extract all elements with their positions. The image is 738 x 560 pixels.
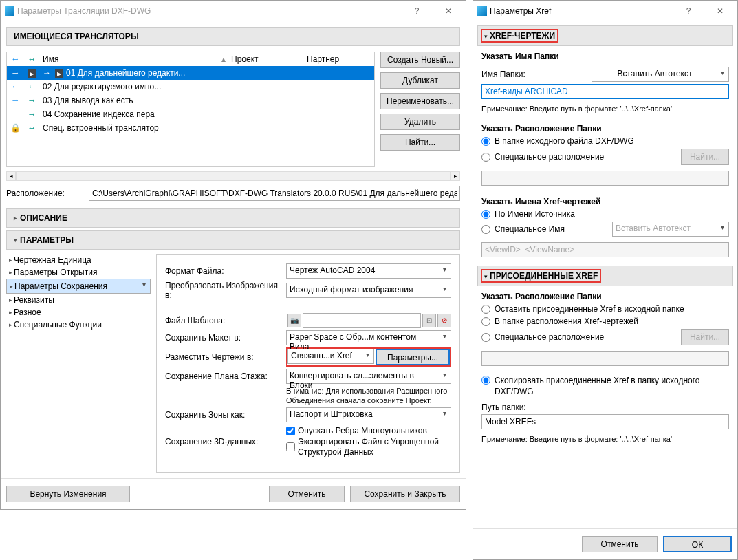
- path-hint2: Примечание: Введите путь в формате: '..\…: [481, 435, 729, 443]
- custom-loc2-input: [481, 351, 729, 366]
- file-format-select[interactable]: Чертеж AutoCAD 2004: [286, 263, 451, 279]
- in-arrow-icon: ↔: [26, 54, 37, 65]
- titlebar-left: Параметры Трансляции DXF-DWG ? ✕: [1, 1, 466, 21]
- out-arrow-icon: ↔: [10, 54, 21, 65]
- tree-misc[interactable]: Разное: [6, 306, 151, 319]
- tree-drawing-unit[interactable]: Чертежная Единица: [6, 254, 151, 266]
- image-conv-select[interactable]: Исходный формат изображения: [286, 283, 451, 298]
- copy-to-src-radio[interactable]: [481, 376, 490, 385]
- col-partner[interactable]: Партнер: [304, 52, 374, 66]
- scroll-right-icon[interactable]: ▸: [451, 171, 460, 181]
- sort-icon: ▴: [219, 52, 228, 66]
- create-new-button[interactable]: Создать Новый...: [380, 52, 460, 68]
- translators-section-header[interactable]: ИМЕЮЩИЕСЯ ТРАНСЛЯТОРЫ: [6, 27, 460, 46]
- find-button[interactable]: Найти...: [380, 134, 460, 151]
- folder-name-group: Указать Имя Папки: [481, 52, 559, 61]
- location-input[interactable]: [89, 186, 460, 201]
- folder-name-input[interactable]: [481, 84, 729, 99]
- app-logo-icon: [477, 6, 487, 16]
- tree-open-params[interactable]: Параметры Открытия: [6, 266, 151, 279]
- xref-drawings-header[interactable]: XREF-ЧЕРТЕЖИ: [490, 31, 555, 41]
- col-project[interactable]: Проект: [228, 52, 304, 66]
- table-row[interactable]: →→03 Для вывода как есть: [7, 94, 374, 107]
- params-header[interactable]: ▾ПАРАМЕТРЫ: [6, 230, 460, 250]
- description-header[interactable]: ▸ОПИСАНИЕ: [6, 208, 460, 228]
- titlebar-right: Параметры Xref ? ✕: [473, 1, 737, 21]
- xref-folder-radio[interactable]: [481, 317, 490, 326]
- tree-attributes[interactable]: Реквизиты: [6, 294, 151, 306]
- find-loc-button[interactable]: Найти...: [681, 149, 729, 165]
- src-folder-radio[interactable]: [481, 137, 490, 146]
- window-title: Параметры Xref: [490, 6, 673, 16]
- col-name[interactable]: Имя: [40, 52, 219, 66]
- window-title: Параметры Трансляции DXF-DWG: [17, 6, 401, 16]
- template-file-input[interactable]: [303, 313, 421, 328]
- place-drawings-select[interactable]: Связанн...и Xref: [287, 349, 374, 364]
- find-loc2-button[interactable]: Найти...: [681, 329, 729, 345]
- table-row[interactable]: ←←02 Для редактируемого импо...: [7, 80, 374, 94]
- browse-icon[interactable]: ⊡: [422, 314, 436, 327]
- lock-icon: 🔒: [7, 121, 23, 135]
- location-label: Расположение:: [6, 189, 89, 198]
- custom-name-radio[interactable]: [481, 225, 490, 234]
- attached-xref-header[interactable]: ПРИСОЕДИНЕННЫЕ XREF: [490, 271, 598, 281]
- folder-location-group: Указать Расположение Папки: [481, 124, 729, 133]
- skip-poly-edges-checkbox[interactable]: [286, 427, 295, 435]
- custom-loc-input: [481, 171, 729, 186]
- zones-select[interactable]: Паспорт и Штриховка: [286, 407, 451, 422]
- app-logo-icon: [5, 6, 14, 16]
- rename-button[interactable]: Переименовать...: [380, 93, 460, 109]
- delete-button[interactable]: Удалить: [380, 114, 460, 130]
- cancel-button[interactable]: Отменить: [269, 486, 345, 502]
- name-template-input: [481, 242, 729, 257]
- folder-path-input[interactable]: [481, 414, 729, 429]
- close-button[interactable]: ✕: [704, 1, 736, 21]
- insert-autotext-button[interactable]: Вставить Автотекст: [592, 67, 729, 82]
- help-button[interactable]: ?: [673, 1, 704, 21]
- table-row[interactable]: → ▶ →▶01 Для дальнейшего редакти...: [7, 66, 374, 80]
- close-button[interactable]: ✕: [433, 1, 464, 21]
- custom-loc2-radio[interactable]: [481, 333, 490, 342]
- floor-plan-select[interactable]: Конвертировать сл...элементы в Блоки: [286, 369, 451, 384]
- cancel-button[interactable]: Отменить: [582, 536, 658, 552]
- table-row[interactable]: →04 Сохранение индекса пера: [7, 107, 374, 121]
- export-simple-checkbox[interactable]: [286, 442, 295, 451]
- table-row[interactable]: 🔒↔Спец. встроенный транслятор: [7, 121, 374, 135]
- path-label: Путь папки:: [481, 402, 729, 412]
- names-group: Указать Имена Xref-чертежей: [481, 197, 729, 206]
- layout-save-select[interactable]: Paper Space с Обр...м контентом Вида: [286, 330, 451, 345]
- path-hint: Примечание: Введите путь в формате: '..\…: [481, 105, 729, 113]
- leave-src-radio[interactable]: [481, 305, 490, 314]
- help-button[interactable]: ?: [401, 1, 433, 21]
- tree-save-params[interactable]: Параметры Сохранения: [6, 279, 151, 294]
- clear-icon[interactable]: ⊘: [437, 314, 451, 327]
- ok-button[interactable]: ОК: [663, 536, 732, 552]
- duplicate-button[interactable]: Дубликат: [380, 72, 460, 89]
- insert-autotext-name: Вставить Автотекст: [612, 222, 729, 237]
- attached-loc-group: Указать Расположение Папки: [481, 292, 602, 301]
- play-icon: ▶: [28, 69, 36, 78]
- tree-special[interactable]: Специальные Функции: [6, 319, 151, 331]
- by-source-radio[interactable]: [481, 210, 490, 219]
- xref-params-button[interactable]: Параметры...: [376, 349, 450, 365]
- revert-button[interactable]: Вернуть Изменения: [6, 486, 130, 502]
- save-close-button[interactable]: Сохранить и Закрыть: [350, 486, 460, 502]
- scroll-left-icon[interactable]: ◂: [6, 171, 16, 181]
- folder-icon[interactable]: 📷: [287, 314, 301, 327]
- custom-loc-radio[interactable]: [481, 153, 490, 162]
